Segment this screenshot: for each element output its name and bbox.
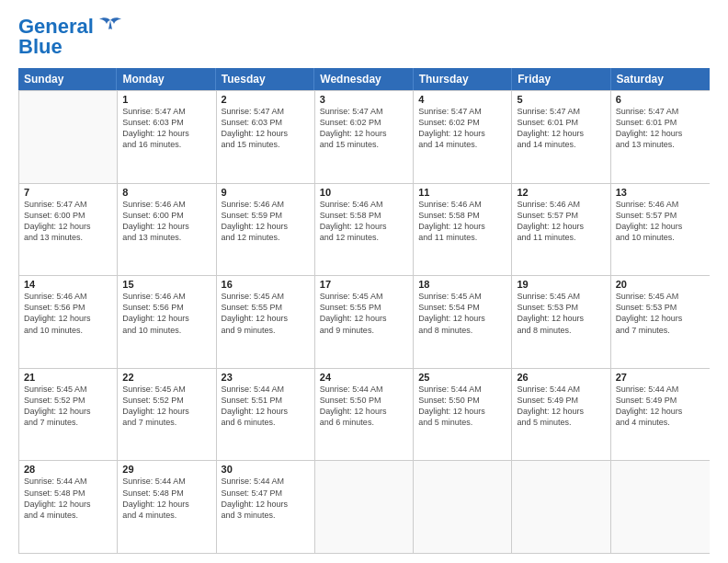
logo-bird-icon [97, 17, 123, 37]
day-info: Sunrise: 5:44 AM Sunset: 5:50 PM Dayligh… [320, 384, 408, 429]
day-cell-27: 27Sunrise: 5:44 AM Sunset: 5:49 PM Dayli… [611, 369, 710, 461]
day-cell-8: 8Sunrise: 5:46 AM Sunset: 6:00 PM Daylig… [118, 184, 216, 276]
day-number: 21 [24, 372, 112, 383]
calendar-header: SundayMondayTuesdayWednesdayThursdayFrid… [18, 68, 710, 90]
day-info: Sunrise: 5:44 AM Sunset: 5:49 PM Dayligh… [616, 384, 705, 429]
calendar-row-5: 28Sunrise: 5:44 AM Sunset: 5:48 PM Dayli… [19, 460, 710, 553]
weekday-header-sunday: Sunday [18, 68, 117, 90]
calendar-row-3: 14Sunrise: 5:46 AM Sunset: 5:56 PM Dayli… [19, 275, 710, 368]
day-info: Sunrise: 5:47 AM Sunset: 6:01 PM Dayligh… [517, 106, 605, 151]
day-number: 13 [616, 187, 705, 198]
day-cell-16: 16Sunrise: 5:45 AM Sunset: 5:55 PM Dayli… [217, 276, 315, 368]
day-number: 6 [616, 94, 705, 105]
day-cell-20: 20Sunrise: 5:45 AM Sunset: 5:53 PM Dayli… [611, 276, 710, 368]
day-info: Sunrise: 5:45 AM Sunset: 5:52 PM Dayligh… [122, 384, 210, 429]
day-cell-29: 29Sunrise: 5:44 AM Sunset: 5:48 PM Dayli… [118, 461, 216, 553]
day-cell-12: 12Sunrise: 5:46 AM Sunset: 5:57 PM Dayli… [512, 184, 610, 276]
calendar-body: 1Sunrise: 5:47 AM Sunset: 6:03 PM Daylig… [18, 90, 710, 554]
day-info: Sunrise: 5:45 AM Sunset: 5:53 PM Dayligh… [517, 291, 605, 336]
day-number: 11 [418, 187, 506, 198]
day-cell-30: 30Sunrise: 5:44 AM Sunset: 5:47 PM Dayli… [217, 461, 315, 553]
day-number: 28 [24, 464, 112, 475]
day-info: Sunrise: 5:47 AM Sunset: 6:03 PM Dayligh… [222, 106, 310, 151]
weekday-header-monday: Monday [117, 68, 215, 90]
day-number: 20 [616, 279, 705, 290]
weekday-header-thursday: Thursday [414, 68, 512, 90]
day-number: 29 [122, 464, 210, 475]
empty-cell-r4c3 [315, 461, 414, 553]
day-info: Sunrise: 5:44 AM Sunset: 5:49 PM Dayligh… [517, 384, 605, 429]
day-info: Sunrise: 5:45 AM Sunset: 5:55 PM Dayligh… [222, 291, 310, 336]
day-info: Sunrise: 5:44 AM Sunset: 5:48 PM Dayligh… [24, 476, 112, 521]
day-number: 2 [222, 94, 310, 105]
day-cell-13: 13Sunrise: 5:46 AM Sunset: 5:57 PM Dayli… [611, 184, 710, 276]
day-number: 30 [222, 464, 310, 475]
day-number: 7 [24, 187, 112, 198]
logo-text: General [18, 17, 94, 37]
day-cell-14: 14Sunrise: 5:46 AM Sunset: 5:56 PM Dayli… [19, 276, 118, 368]
day-number: 26 [517, 372, 605, 383]
page: General Blue SundayMondayTuesdayWednesda… [0, 0, 728, 563]
day-info: Sunrise: 5:46 AM Sunset: 5:56 PM Dayligh… [122, 291, 210, 336]
day-cell-17: 17Sunrise: 5:45 AM Sunset: 5:55 PM Dayli… [315, 276, 414, 368]
day-info: Sunrise: 5:46 AM Sunset: 5:57 PM Dayligh… [616, 199, 705, 244]
day-number: 4 [418, 94, 506, 105]
day-info: Sunrise: 5:47 AM Sunset: 6:03 PM Dayligh… [122, 106, 210, 151]
day-number: 23 [222, 372, 310, 383]
empty-cell-r4c5 [512, 461, 610, 553]
day-number: 3 [320, 94, 408, 105]
logo: General Blue [18, 17, 123, 59]
day-number: 19 [517, 279, 605, 290]
day-cell-9: 9Sunrise: 5:46 AM Sunset: 5:59 PM Daylig… [217, 184, 315, 276]
day-number: 27 [616, 372, 705, 383]
day-cell-4: 4Sunrise: 5:47 AM Sunset: 6:02 PM Daylig… [414, 91, 512, 183]
day-info: Sunrise: 5:46 AM Sunset: 5:58 PM Dayligh… [418, 199, 506, 244]
day-number: 25 [418, 372, 506, 383]
day-info: Sunrise: 5:44 AM Sunset: 5:51 PM Dayligh… [222, 384, 310, 429]
day-info: Sunrise: 5:44 AM Sunset: 5:48 PM Dayligh… [122, 476, 210, 521]
logo-blue-text: Blue [18, 35, 63, 59]
day-cell-24: 24Sunrise: 5:44 AM Sunset: 5:50 PM Dayli… [315, 369, 414, 461]
day-info: Sunrise: 5:45 AM Sunset: 5:54 PM Dayligh… [418, 291, 506, 336]
day-cell-3: 3Sunrise: 5:47 AM Sunset: 6:02 PM Daylig… [315, 91, 414, 183]
day-number: 22 [122, 372, 210, 383]
day-info: Sunrise: 5:46 AM Sunset: 5:57 PM Dayligh… [517, 199, 605, 244]
day-info: Sunrise: 5:46 AM Sunset: 5:56 PM Dayligh… [24, 291, 112, 336]
empty-cell-r0c0 [19, 91, 118, 183]
day-info: Sunrise: 5:46 AM Sunset: 5:59 PM Dayligh… [222, 199, 310, 244]
weekday-header-friday: Friday [512, 68, 610, 90]
day-cell-6: 6Sunrise: 5:47 AM Sunset: 6:01 PM Daylig… [611, 91, 710, 183]
day-cell-26: 26Sunrise: 5:44 AM Sunset: 5:49 PM Dayli… [512, 369, 610, 461]
day-info: Sunrise: 5:47 AM Sunset: 6:01 PM Dayligh… [616, 106, 705, 151]
day-info: Sunrise: 5:45 AM Sunset: 5:55 PM Dayligh… [320, 291, 408, 336]
day-cell-7: 7Sunrise: 5:47 AM Sunset: 6:00 PM Daylig… [19, 184, 118, 276]
day-number: 18 [418, 279, 506, 290]
day-number: 24 [320, 372, 408, 383]
day-cell-2: 2Sunrise: 5:47 AM Sunset: 6:03 PM Daylig… [217, 91, 315, 183]
weekday-header-saturday: Saturday [611, 68, 710, 90]
day-number: 10 [320, 187, 408, 198]
calendar-row-2: 7Sunrise: 5:47 AM Sunset: 6:00 PM Daylig… [19, 183, 710, 276]
day-info: Sunrise: 5:44 AM Sunset: 5:47 PM Dayligh… [222, 476, 310, 521]
day-cell-1: 1Sunrise: 5:47 AM Sunset: 6:03 PM Daylig… [118, 91, 216, 183]
day-number: 1 [122, 94, 210, 105]
day-info: Sunrise: 5:47 AM Sunset: 6:02 PM Dayligh… [418, 106, 506, 151]
day-info: Sunrise: 5:47 AM Sunset: 6:02 PM Dayligh… [320, 106, 408, 151]
day-number: 5 [517, 94, 605, 105]
day-info: Sunrise: 5:45 AM Sunset: 5:52 PM Dayligh… [24, 384, 112, 429]
empty-cell-r4c4 [414, 461, 512, 553]
empty-cell-r4c6 [611, 461, 710, 553]
day-cell-5: 5Sunrise: 5:47 AM Sunset: 6:01 PM Daylig… [512, 91, 610, 183]
day-info: Sunrise: 5:46 AM Sunset: 5:58 PM Dayligh… [320, 199, 408, 244]
day-number: 12 [517, 187, 605, 198]
calendar-row-4: 21Sunrise: 5:45 AM Sunset: 5:52 PM Dayli… [19, 368, 710, 461]
day-number: 16 [222, 279, 310, 290]
day-cell-28: 28Sunrise: 5:44 AM Sunset: 5:48 PM Dayli… [19, 461, 118, 553]
day-cell-23: 23Sunrise: 5:44 AM Sunset: 5:51 PM Dayli… [217, 369, 315, 461]
calendar-row-1: 1Sunrise: 5:47 AM Sunset: 6:03 PM Daylig… [19, 90, 710, 183]
day-number: 8 [122, 187, 210, 198]
day-cell-18: 18Sunrise: 5:45 AM Sunset: 5:54 PM Dayli… [414, 276, 512, 368]
day-cell-22: 22Sunrise: 5:45 AM Sunset: 5:52 PM Dayli… [118, 369, 216, 461]
calendar: SundayMondayTuesdayWednesdayThursdayFrid… [18, 68, 710, 554]
day-cell-25: 25Sunrise: 5:44 AM Sunset: 5:50 PM Dayli… [414, 369, 512, 461]
